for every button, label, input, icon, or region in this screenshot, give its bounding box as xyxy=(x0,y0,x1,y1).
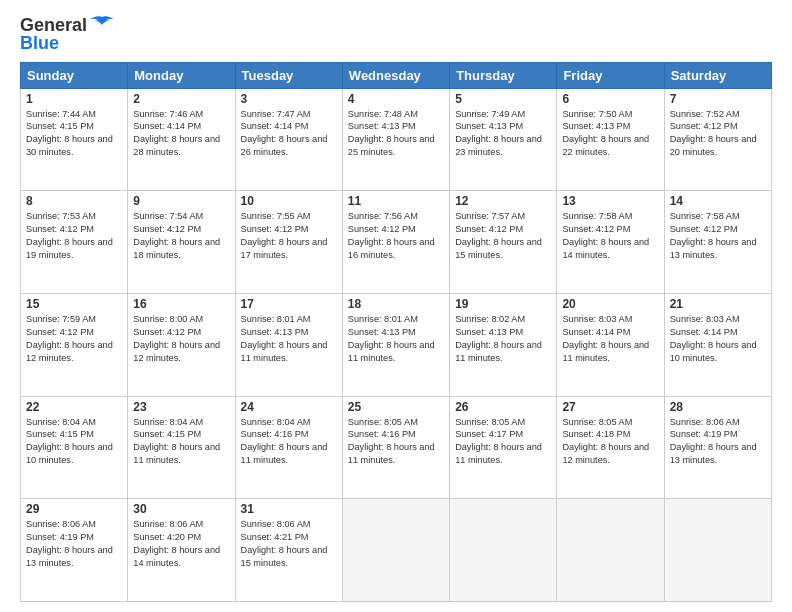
day-number: 6 xyxy=(562,92,658,106)
day-number: 22 xyxy=(26,400,122,414)
day-number: 10 xyxy=(241,194,337,208)
calendar-day-cell: 5Sunrise: 7:49 AMSunset: 4:13 PMDaylight… xyxy=(450,88,557,191)
calendar-day-cell: 7Sunrise: 7:52 AMSunset: 4:12 PMDaylight… xyxy=(664,88,771,191)
calendar-day-cell xyxy=(342,499,449,602)
logo: General Blue xyxy=(20,16,115,54)
day-number: 12 xyxy=(455,194,551,208)
day-info: Sunrise: 8:03 AMSunset: 4:14 PMDaylight:… xyxy=(562,313,658,365)
day-info: Sunrise: 7:48 AMSunset: 4:13 PMDaylight:… xyxy=(348,108,444,160)
day-number: 4 xyxy=(348,92,444,106)
day-number: 14 xyxy=(670,194,766,208)
calendar-day-cell: 31Sunrise: 8:06 AMSunset: 4:21 PMDayligh… xyxy=(235,499,342,602)
day-info: Sunrise: 7:46 AMSunset: 4:14 PMDaylight:… xyxy=(133,108,229,160)
calendar-day-cell: 29Sunrise: 8:06 AMSunset: 4:19 PMDayligh… xyxy=(21,499,128,602)
calendar-week-row: 15Sunrise: 7:59 AMSunset: 4:12 PMDayligh… xyxy=(21,293,772,396)
day-number: 13 xyxy=(562,194,658,208)
calendar-header-row: SundayMondayTuesdayWednesdayThursdayFrid… xyxy=(21,62,772,88)
day-info: Sunrise: 7:47 AMSunset: 4:14 PMDaylight:… xyxy=(241,108,337,160)
day-of-week-header: Friday xyxy=(557,62,664,88)
calendar-week-row: 29Sunrise: 8:06 AMSunset: 4:19 PMDayligh… xyxy=(21,499,772,602)
calendar-day-cell: 23Sunrise: 8:04 AMSunset: 4:15 PMDayligh… xyxy=(128,396,235,499)
day-number: 19 xyxy=(455,297,551,311)
calendar-day-cell xyxy=(664,499,771,602)
day-of-week-header: Sunday xyxy=(21,62,128,88)
day-of-week-header: Monday xyxy=(128,62,235,88)
logo-general: General xyxy=(20,15,87,35)
day-number: 18 xyxy=(348,297,444,311)
day-number: 8 xyxy=(26,194,122,208)
calendar-day-cell: 4Sunrise: 7:48 AMSunset: 4:13 PMDaylight… xyxy=(342,88,449,191)
calendar-day-cell: 25Sunrise: 8:05 AMSunset: 4:16 PMDayligh… xyxy=(342,396,449,499)
day-info: Sunrise: 8:06 AMSunset: 4:20 PMDaylight:… xyxy=(133,518,229,570)
calendar-day-cell: 15Sunrise: 7:59 AMSunset: 4:12 PMDayligh… xyxy=(21,293,128,396)
calendar-week-row: 1Sunrise: 7:44 AMSunset: 4:15 PMDaylight… xyxy=(21,88,772,191)
day-number: 5 xyxy=(455,92,551,106)
day-number: 31 xyxy=(241,502,337,516)
day-of-week-header: Wednesday xyxy=(342,62,449,88)
day-info: Sunrise: 8:05 AMSunset: 4:17 PMDaylight:… xyxy=(455,416,551,468)
day-info: Sunrise: 8:05 AMSunset: 4:16 PMDaylight:… xyxy=(348,416,444,468)
day-info: Sunrise: 8:00 AMSunset: 4:12 PMDaylight:… xyxy=(133,313,229,365)
calendar-week-row: 8Sunrise: 7:53 AMSunset: 4:12 PMDaylight… xyxy=(21,191,772,294)
calendar-day-cell: 9Sunrise: 7:54 AMSunset: 4:12 PMDaylight… xyxy=(128,191,235,294)
day-number: 7 xyxy=(670,92,766,106)
calendar-day-cell: 19Sunrise: 8:02 AMSunset: 4:13 PMDayligh… xyxy=(450,293,557,396)
day-number: 23 xyxy=(133,400,229,414)
day-info: Sunrise: 8:05 AMSunset: 4:18 PMDaylight:… xyxy=(562,416,658,468)
calendar-week-row: 22Sunrise: 8:04 AMSunset: 4:15 PMDayligh… xyxy=(21,396,772,499)
calendar-day-cell: 21Sunrise: 8:03 AMSunset: 4:14 PMDayligh… xyxy=(664,293,771,396)
day-info: Sunrise: 7:59 AMSunset: 4:12 PMDaylight:… xyxy=(26,313,122,365)
header: General Blue xyxy=(20,16,772,54)
calendar-day-cell: 22Sunrise: 8:04 AMSunset: 4:15 PMDayligh… xyxy=(21,396,128,499)
day-of-week-header: Saturday xyxy=(664,62,771,88)
calendar-day-cell: 3Sunrise: 7:47 AMSunset: 4:14 PMDaylight… xyxy=(235,88,342,191)
logo-blue: Blue xyxy=(20,34,59,54)
logo-bird-icon xyxy=(89,15,115,33)
day-number: 20 xyxy=(562,297,658,311)
calendar-day-cell: 10Sunrise: 7:55 AMSunset: 4:12 PMDayligh… xyxy=(235,191,342,294)
day-number: 26 xyxy=(455,400,551,414)
day-number: 24 xyxy=(241,400,337,414)
calendar-day-cell: 20Sunrise: 8:03 AMSunset: 4:14 PMDayligh… xyxy=(557,293,664,396)
day-info: Sunrise: 8:01 AMSunset: 4:13 PMDaylight:… xyxy=(348,313,444,365)
day-number: 1 xyxy=(26,92,122,106)
day-number: 29 xyxy=(26,502,122,516)
day-number: 28 xyxy=(670,400,766,414)
day-info: Sunrise: 8:04 AMSunset: 4:15 PMDaylight:… xyxy=(133,416,229,468)
day-info: Sunrise: 7:52 AMSunset: 4:12 PMDaylight:… xyxy=(670,108,766,160)
page: General Blue SundayMondayTuesdayWednesda… xyxy=(0,0,792,612)
day-number: 9 xyxy=(133,194,229,208)
day-info: Sunrise: 7:49 AMSunset: 4:13 PMDaylight:… xyxy=(455,108,551,160)
calendar-day-cell: 6Sunrise: 7:50 AMSunset: 4:13 PMDaylight… xyxy=(557,88,664,191)
day-number: 11 xyxy=(348,194,444,208)
day-info: Sunrise: 7:54 AMSunset: 4:12 PMDaylight:… xyxy=(133,210,229,262)
day-info: Sunrise: 7:58 AMSunset: 4:12 PMDaylight:… xyxy=(670,210,766,262)
day-number: 25 xyxy=(348,400,444,414)
day-info: Sunrise: 7:55 AMSunset: 4:12 PMDaylight:… xyxy=(241,210,337,262)
day-info: Sunrise: 8:06 AMSunset: 4:19 PMDaylight:… xyxy=(670,416,766,468)
calendar-day-cell xyxy=(450,499,557,602)
day-number: 27 xyxy=(562,400,658,414)
calendar-table: SundayMondayTuesdayWednesdayThursdayFrid… xyxy=(20,62,772,602)
calendar-day-cell: 11Sunrise: 7:56 AMSunset: 4:12 PMDayligh… xyxy=(342,191,449,294)
day-number: 15 xyxy=(26,297,122,311)
calendar-day-cell: 30Sunrise: 8:06 AMSunset: 4:20 PMDayligh… xyxy=(128,499,235,602)
calendar-day-cell: 1Sunrise: 7:44 AMSunset: 4:15 PMDaylight… xyxy=(21,88,128,191)
day-info: Sunrise: 8:04 AMSunset: 4:15 PMDaylight:… xyxy=(26,416,122,468)
day-info: Sunrise: 8:04 AMSunset: 4:16 PMDaylight:… xyxy=(241,416,337,468)
day-info: Sunrise: 8:01 AMSunset: 4:13 PMDaylight:… xyxy=(241,313,337,365)
day-number: 3 xyxy=(241,92,337,106)
day-info: Sunrise: 7:56 AMSunset: 4:12 PMDaylight:… xyxy=(348,210,444,262)
calendar-day-cell: 18Sunrise: 8:01 AMSunset: 4:13 PMDayligh… xyxy=(342,293,449,396)
day-of-week-header: Tuesday xyxy=(235,62,342,88)
calendar-day-cell: 12Sunrise: 7:57 AMSunset: 4:12 PMDayligh… xyxy=(450,191,557,294)
calendar-day-cell: 28Sunrise: 8:06 AMSunset: 4:19 PMDayligh… xyxy=(664,396,771,499)
calendar-day-cell: 8Sunrise: 7:53 AMSunset: 4:12 PMDaylight… xyxy=(21,191,128,294)
calendar-day-cell: 24Sunrise: 8:04 AMSunset: 4:16 PMDayligh… xyxy=(235,396,342,499)
calendar-day-cell: 13Sunrise: 7:58 AMSunset: 4:12 PMDayligh… xyxy=(557,191,664,294)
calendar-day-cell: 2Sunrise: 7:46 AMSunset: 4:14 PMDaylight… xyxy=(128,88,235,191)
day-info: Sunrise: 8:06 AMSunset: 4:21 PMDaylight:… xyxy=(241,518,337,570)
calendar-day-cell xyxy=(557,499,664,602)
calendar-day-cell: 27Sunrise: 8:05 AMSunset: 4:18 PMDayligh… xyxy=(557,396,664,499)
calendar-day-cell: 16Sunrise: 8:00 AMSunset: 4:12 PMDayligh… xyxy=(128,293,235,396)
